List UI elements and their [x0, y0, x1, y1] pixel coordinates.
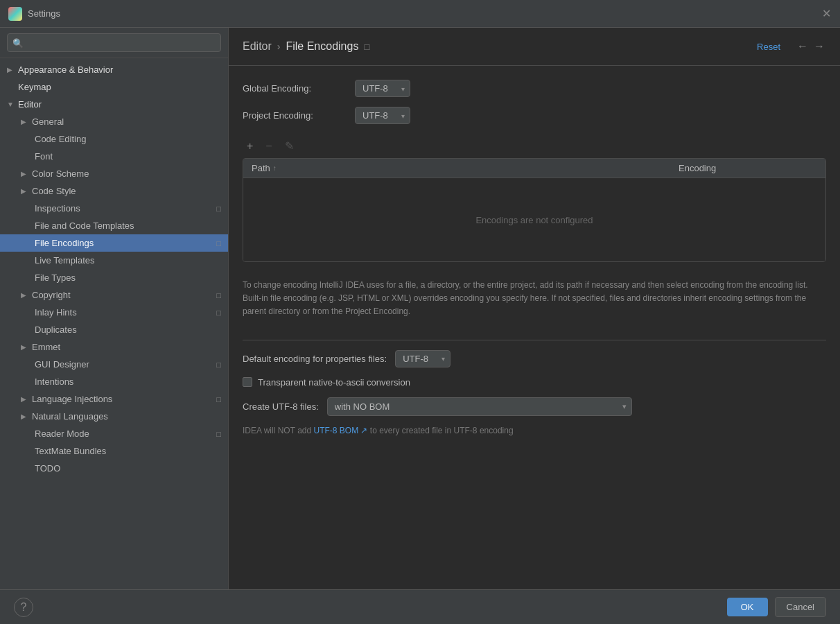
- bottom-right: OK Cancel: [727, 597, 826, 617]
- nav-forward-button[interactable]: →: [812, 39, 826, 54]
- chevron-right-icon: [21, 187, 29, 196]
- chevron-right-icon: [21, 170, 29, 178]
- content-header: Editor › File Encodings □ Reset ← →: [229, 28, 840, 66]
- default-encoding-select[interactable]: UTF-8: [395, 350, 450, 367]
- search-wrapper: 🔍: [7, 33, 221, 52]
- table-body: Encodings are not configured: [243, 178, 825, 261]
- ok-button[interactable]: OK: [727, 598, 768, 616]
- title-bar-left: Settings: [8, 7, 60, 21]
- col-path-header: Path ↑: [252, 163, 679, 173]
- sidebar-item-code-editing[interactable]: Code Editing: [0, 130, 228, 148]
- settings-icon: □: [216, 395, 221, 404]
- breadcrumb-current: File Encodings: [286, 40, 358, 53]
- global-encoding-dropdown-wrapper: UTF-8 ▾: [355, 80, 410, 97]
- utf8-select-wrapper: with NO BOM with BOM with BOM (UTF-8) ▾: [327, 397, 632, 416]
- default-encoding-row: Default encoding for properties files: U…: [243, 350, 826, 367]
- settings-icon: □: [216, 205, 221, 213]
- nav-back-button[interactable]: ←: [796, 39, 810, 54]
- sidebar-item-textmate-bundles[interactable]: TextMate Bundles: [0, 442, 228, 460]
- sidebar: 🔍 Appearance & Behavior Keymap Editor: [0, 28, 229, 589]
- add-encoding-button[interactable]: +: [243, 139, 257, 154]
- chevron-right-icon: [21, 413, 29, 421]
- sidebar-item-inlay-hints[interactable]: Inlay Hints □: [0, 304, 228, 321]
- global-encoding-row: Global Encoding: UTF-8 ▾: [243, 80, 826, 97]
- settings-icon: □: [216, 430, 221, 438]
- sidebar-item-live-templates[interactable]: Live Templates: [0, 252, 228, 269]
- main-layout: 🔍 Appearance & Behavior Keymap Editor: [0, 28, 840, 589]
- content-area: Editor › File Encodings □ Reset ← → Glob…: [229, 28, 840, 589]
- global-encoding-label: Global Encoding:: [243, 83, 347, 94]
- sidebar-item-file-types[interactable]: File Types: [0, 269, 228, 286]
- sidebar-item-emmet[interactable]: Emmet: [0, 338, 228, 356]
- reset-button[interactable]: Reset: [753, 40, 785, 53]
- sidebar-item-natural-languages[interactable]: Natural Languages: [0, 408, 228, 425]
- settings-icon: □: [216, 309, 221, 317]
- sidebar-item-editor[interactable]: Editor: [0, 96, 228, 113]
- chevron-right-icon: [21, 291, 29, 300]
- default-encoding-label: Default encoding for properties files:: [243, 354, 387, 364]
- sidebar-item-gui-designer[interactable]: GUI Designer □: [0, 356, 228, 373]
- utf8-row: Create UTF-8 files: with NO BOM with BOM…: [243, 397, 826, 416]
- cancel-button[interactable]: Cancel: [775, 597, 826, 617]
- search-icon: 🔍: [12, 37, 24, 48]
- project-encoding-row: Project Encoding: UTF-8 ▾: [243, 107, 826, 124]
- table-toolbar: + − ✎: [243, 134, 826, 158]
- sort-icon: ↑: [273, 164, 277, 172]
- sidebar-item-reader-mode[interactable]: Reader Mode □: [0, 425, 228, 442]
- table-header: Path ↑ Encoding: [243, 159, 825, 178]
- empty-table-message: Encodings are not configured: [475, 215, 593, 225]
- global-encoding-select[interactable]: UTF-8: [355, 80, 410, 97]
- col-encoding-header: Encoding: [679, 163, 817, 173]
- utf8-bom-link[interactable]: UTF-8 BOM ↗: [313, 426, 367, 435]
- info-text: To change encoding IntelliJ IDEA uses fo…: [243, 272, 811, 330]
- project-encoding-label: Project Encoding:: [243, 110, 347, 121]
- note-text: IDEA will NOT add UTF-8 BOM ↗ to every c…: [243, 426, 826, 435]
- sidebar-item-duplicates[interactable]: Duplicates: [0, 321, 228, 338]
- sidebar-item-general[interactable]: General: [0, 113, 228, 130]
- header-right: Reset ← →: [753, 39, 826, 54]
- utf8-files-label: Create UTF-8 files:: [243, 401, 319, 412]
- sidebar-item-appearance[interactable]: Appearance & Behavior: [0, 61, 228, 78]
- remove-encoding-button[interactable]: −: [261, 139, 276, 154]
- divider: [243, 340, 826, 340]
- sidebar-item-code-style[interactable]: Code Style: [0, 182, 228, 200]
- sidebar-item-todo[interactable]: TODO: [0, 460, 228, 477]
- sidebar-item-copyright[interactable]: Copyright □: [0, 286, 228, 304]
- window-title: Settings: [28, 8, 60, 19]
- nav-section: Appearance & Behavior Keymap Editor Gene…: [0, 58, 228, 480]
- search-box: 🔍: [0, 28, 228, 58]
- sidebar-item-file-code-templates[interactable]: File and Code Templates: [0, 217, 228, 234]
- edit-encoding-button[interactable]: ✎: [281, 138, 298, 154]
- default-encoding-dropdown-wrapper: UTF-8 ▾: [395, 350, 450, 367]
- bottom-bar: ? OK Cancel: [0, 589, 840, 624]
- settings-icon: □: [216, 291, 221, 300]
- settings-icon: □: [216, 239, 221, 248]
- app-icon: [8, 7, 22, 21]
- sidebar-item-font[interactable]: Font: [0, 148, 228, 165]
- transparent-label: Transparent native-to-ascii conversion: [258, 377, 410, 388]
- project-encoding-select[interactable]: UTF-8: [355, 107, 410, 124]
- breadcrumb-separator: ›: [277, 41, 281, 52]
- search-input[interactable]: [7, 33, 221, 52]
- encodings-table: Path ↑ Encoding Encodings are not config…: [243, 158, 826, 262]
- settings-icon: □: [216, 361, 221, 369]
- sidebar-item-file-encodings[interactable]: File Encodings □: [0, 234, 228, 252]
- utf8-files-select[interactable]: with NO BOM with BOM with BOM (UTF-8): [327, 397, 632, 416]
- sidebar-item-language-injections[interactable]: Language Injections □: [0, 390, 228, 408]
- chevron-right-icon: [7, 66, 15, 74]
- sidebar-item-intentions[interactable]: Intentions: [0, 373, 228, 390]
- sidebar-item-inspections[interactable]: Inspections □: [0, 200, 228, 217]
- breadcrumb: Editor › File Encodings □: [243, 40, 369, 53]
- help-button[interactable]: ?: [14, 598, 33, 617]
- nav-arrows: ← →: [796, 39, 826, 54]
- transparent-checkbox[interactable]: [243, 377, 252, 387]
- sidebar-item-color-scheme[interactable]: Color Scheme: [0, 165, 228, 182]
- breadcrumb-parent: Editor: [243, 40, 272, 53]
- close-button[interactable]: ✕: [821, 8, 832, 19]
- breadcrumb-icon: □: [364, 42, 369, 52]
- title-bar: Settings ✕: [0, 0, 840, 28]
- chevron-down-icon: [7, 101, 15, 109]
- sidebar-item-keymap[interactable]: Keymap: [0, 78, 228, 96]
- chevron-right-icon: [21, 118, 29, 126]
- chevron-right-icon: [21, 343, 29, 352]
